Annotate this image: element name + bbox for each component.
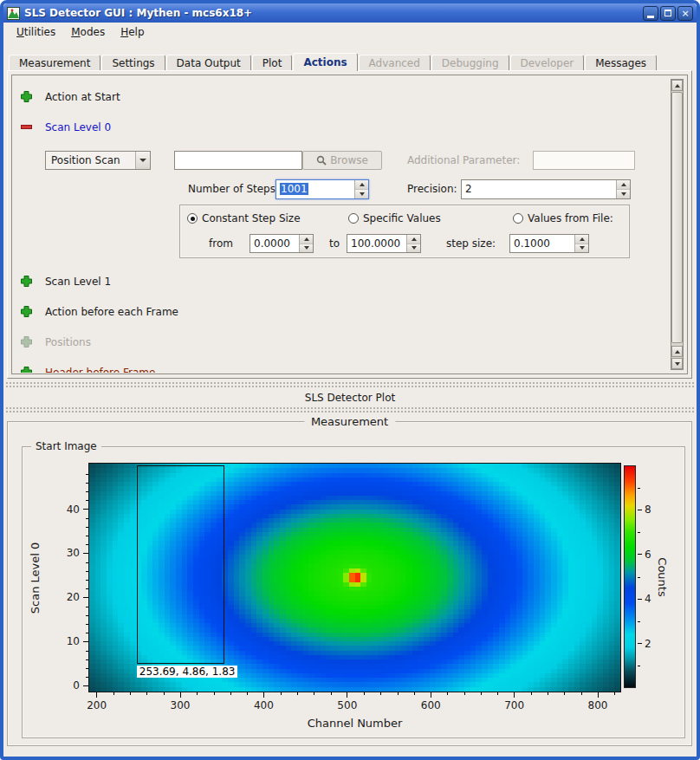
combo-arrow-icon (135, 152, 150, 169)
colorbar-minor-tick (638, 488, 640, 489)
browse-button: Browse (302, 151, 382, 170)
titlebar[interactable]: SLS Detector GUI : Mythen - mcs6x18+ × (3, 3, 697, 23)
measurement-group-title: Measurement (304, 415, 395, 428)
x-minor-tick (230, 692, 231, 695)
number-of-steps-label: Number of Steps: (188, 183, 279, 195)
spin-down-icon[interactable] (617, 190, 630, 198)
x-minor-tick (281, 692, 282, 695)
scrollbar-thumb[interactable] (671, 92, 683, 343)
expand-icon[interactable] (21, 306, 32, 317)
actions-tab-pane: Action at Start Scan Level 0 Position Sc… (7, 70, 692, 379)
tab-actions[interactable]: Actions (293, 53, 357, 71)
x-minor-tick (130, 692, 131, 695)
additional-parameter-input (533, 151, 635, 170)
to-label: to (329, 237, 340, 250)
expand-icon (21, 336, 32, 348)
browse-button-label: Browse (330, 154, 368, 166)
radio-icon (348, 213, 359, 224)
tab-debugging: Debugging (431, 55, 509, 71)
step-size-label: step size: (446, 237, 496, 250)
x-minor-tick (164, 692, 165, 695)
x-minor-tick (331, 692, 332, 695)
tab-advanced: Advanced (359, 55, 431, 71)
x-minor-tick (364, 692, 365, 695)
tab-settings[interactable]: Settings (101, 55, 165, 71)
expand-icon[interactable] (21, 91, 32, 102)
expand-icon[interactable] (21, 367, 32, 373)
collapse-icon[interactable] (21, 121, 32, 133)
x-minor-tick (113, 692, 114, 695)
spin-up-icon[interactable] (575, 235, 588, 244)
spin-up-icon[interactable] (355, 180, 368, 190)
radio-constant-step-size[interactable]: Constant Step Size (187, 211, 301, 225)
radio-icon (513, 213, 523, 224)
from-label: from (209, 237, 233, 250)
colorbar-label: Counts (653, 465, 671, 688)
additional-parameter-label: Additional Parameter: (407, 154, 520, 166)
spin-up-icon[interactable] (617, 180, 630, 190)
window-content: SLS Detector GUI : Mythen - mcs6x18+ × U… (3, 3, 697, 757)
radio-constant-step-size-label: Constant Step Size (202, 212, 301, 224)
scrollbar-up-icon[interactable] (671, 346, 683, 357)
scan-variable-input[interactable] (174, 151, 302, 170)
scrollbar-up-icon[interactable] (671, 80, 683, 91)
close-button[interactable]: × (677, 6, 693, 21)
scan-mode-combo[interactable]: Position Scan (45, 151, 151, 170)
to-spinbox[interactable]: 100.0000 (347, 234, 421, 253)
radio-values-from-file[interactable]: Values from File: (513, 211, 613, 225)
tab-measurement[interactable]: Measurement (9, 55, 100, 71)
splitter-handle[interactable] (5, 381, 695, 388)
menu-help[interactable]: Help (113, 23, 152, 41)
zoom-selection-rect[interactable] (137, 465, 224, 664)
from-spinbox[interactable]: 0.0000 (250, 234, 314, 253)
tab-messages[interactable]: Messages (585, 55, 657, 71)
window-title: SLS Detector GUI : Mythen - mcs6x18+ (24, 7, 643, 19)
expand-icon[interactable] (21, 276, 32, 287)
tab-plot[interactable]: Plot (252, 55, 293, 71)
spin-down-icon[interactable] (355, 190, 368, 198)
spin-down-icon[interactable] (300, 244, 313, 253)
menubar: Utilities Modes Help (3, 23, 697, 42)
colorbar-minor-tick (638, 532, 640, 533)
spin-down-icon[interactable] (575, 244, 588, 253)
precision-spinbox[interactable]: 2 (461, 179, 631, 199)
radio-specific-values[interactable]: Specific Values (348, 211, 441, 225)
x-minor-tick (247, 692, 248, 695)
x-minor-tick (564, 692, 565, 695)
vertical-scrollbar[interactable] (671, 79, 684, 370)
colorbar (624, 465, 636, 688)
tab-data-output[interactable]: Data Output (166, 55, 251, 71)
minimize-button[interactable] (643, 6, 658, 21)
number-of-steps-value: 1001 (276, 180, 354, 198)
plot-cursor-readout: 253.69, 4.86, 1.83 (137, 666, 238, 678)
x-minor-tick (297, 692, 298, 695)
scan-mode-value: Position Scan (46, 154, 135, 166)
spin-up-icon[interactable] (300, 235, 313, 244)
window-maximize-icon (664, 10, 671, 16)
scrollbar-down-icon[interactable] (671, 358, 683, 369)
spin-up-icon[interactable] (407, 235, 420, 244)
maximize-button[interactable] (660, 6, 676, 21)
menu-utilities[interactable]: Utilities (9, 23, 63, 41)
action-before-each-frame-label: Action before each Frame (45, 306, 178, 318)
plot-dock-title: SLS Detector Plot (3, 392, 697, 404)
radio-specific-values-label: Specific Values (363, 212, 441, 224)
tab-developer: Developer (510, 55, 585, 71)
radio-icon (187, 213, 198, 224)
actions-scroll-area: Action at Start Scan Level 0 Position Sc… (11, 75, 688, 374)
measurement-group: Measurement Start Image Scan Level 0 010… (7, 421, 692, 746)
step-size-spinbox[interactable]: 0.1000 (509, 234, 589, 253)
plot-canvas-area[interactable]: 253.69, 4.86, 1.83 (88, 463, 621, 692)
action-at-start-label: Action at Start (45, 91, 120, 103)
menu-modes[interactable]: Modes (63, 23, 113, 41)
number-of-steps-spinbox[interactable]: 1001 (275, 179, 369, 199)
window-minimize-icon (647, 16, 654, 18)
scan-level-1-label: Scan Level 1 (45, 276, 111, 288)
radio-values-from-file-label: Values from File: (528, 212, 613, 224)
x-minor-tick (614, 692, 615, 695)
step-mode-groupbox: Constant Step Size Specific Values Value… (179, 205, 630, 258)
spin-down-icon[interactable] (407, 244, 420, 253)
splitter-handle[interactable] (5, 406, 695, 413)
x-minor-tick (146, 692, 147, 695)
step-size-value: 0.1000 (510, 235, 574, 252)
